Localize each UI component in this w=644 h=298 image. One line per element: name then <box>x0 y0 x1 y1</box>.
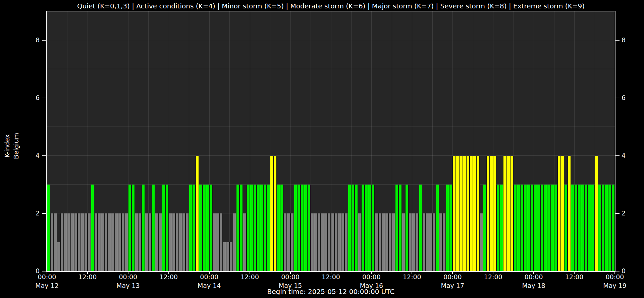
k-index-bar <box>98 213 101 271</box>
y-tick-label-left: 6 <box>26 95 40 101</box>
k-index-bar <box>196 156 199 271</box>
chart-title: Quiet (K=0,1,3) | Active conditions (K=4… <box>47 2 615 10</box>
k-index-bar <box>60 213 64 271</box>
k-index-bar <box>121 213 125 271</box>
k-index-bar <box>338 213 341 271</box>
k-index-bar <box>233 213 236 271</box>
k-index-bar <box>412 213 415 271</box>
y-tick-mark-right <box>615 40 620 41</box>
k-index-bar <box>135 213 138 271</box>
k-index-bar <box>439 213 442 271</box>
k-index-bar <box>392 213 395 271</box>
k-index-bar <box>294 185 297 271</box>
k-index-bar <box>524 185 527 271</box>
y-tick-label-right: 2 <box>622 210 635 216</box>
k-index-bar <box>162 185 165 271</box>
k-index-bar <box>588 185 591 271</box>
x-tick-label: 12:00 <box>561 273 588 281</box>
k-index-bar <box>304 185 307 271</box>
k-index-bar <box>334 213 338 271</box>
k-index-bar <box>419 185 422 271</box>
k-index-bar <box>283 213 287 271</box>
k-index-bar <box>260 185 263 271</box>
k-index-bar <box>568 156 571 271</box>
k-index-bar <box>358 213 361 271</box>
k-index-bar <box>547 185 550 271</box>
y-tick-label-right: 8 <box>622 37 635 43</box>
k-index-bar <box>223 242 226 271</box>
k-index-bar <box>395 185 398 271</box>
k-index-bar <box>54 213 57 271</box>
k-index-bar <box>426 213 429 271</box>
k-index-bar <box>199 185 202 271</box>
k-index-bar <box>74 213 77 271</box>
k-index-bar <box>104 213 108 271</box>
k-index-bar <box>64 213 67 271</box>
k-index-bar <box>219 213 223 271</box>
k-index-bar <box>530 185 534 271</box>
k-index-bar <box>517 185 520 271</box>
k-index-bar <box>175 213 179 271</box>
k-index-bar <box>290 213 294 271</box>
k-index-bar <box>91 185 94 271</box>
k-index-bar <box>239 185 243 271</box>
k-index-bar <box>311 213 314 271</box>
k-index-bar <box>148 213 152 271</box>
k-index-bar <box>142 185 145 271</box>
x-tick-label: 00:00 <box>520 273 547 281</box>
k-index-bar <box>507 156 510 271</box>
kindex-chart-figure: Quiet (K=0,1,3) | Active conditions (K=4… <box>0 0 644 298</box>
y-tick-mark-right <box>615 155 620 156</box>
k-index-bar <box>138 213 142 271</box>
y-axis-label-line2: Belgium <box>12 119 21 173</box>
k-index-bar <box>382 213 385 271</box>
y-tick-label-left: 4 <box>26 152 40 159</box>
k-index-bar <box>250 185 253 271</box>
y-tick-mark-right <box>615 98 620 98</box>
k-index-bar <box>317 213 321 271</box>
k-index-bar <box>247 185 250 271</box>
k-index-bar <box>257 185 260 271</box>
y-tick-mark-left <box>42 155 46 156</box>
k-index-bar <box>371 185 375 271</box>
k-index-bar <box>327 213 331 271</box>
k-index-bar <box>415 213 419 271</box>
k-index-bar <box>510 156 514 271</box>
k-index-bar <box>375 213 378 271</box>
k-index-bar <box>452 156 456 271</box>
plot-area <box>46 11 615 272</box>
k-index-bar <box>270 156 273 271</box>
k-index-bar <box>429 213 432 271</box>
k-index-bar <box>365 185 368 271</box>
k-index-bar <box>581 185 584 271</box>
k-index-bar <box>578 185 581 271</box>
k-index-bar <box>165 185 169 271</box>
k-index-bar <box>213 213 216 271</box>
x-tick-label: 00:00 <box>196 273 223 281</box>
k-index-bar <box>243 213 246 271</box>
k-index-bar <box>466 156 470 271</box>
k-index-bar <box>432 213 436 271</box>
x-tick-label: 12:00 <box>318 273 344 281</box>
k-index-bar <box>155 213 158 271</box>
k-index-bar <box>557 156 561 271</box>
k-index-bar <box>169 213 172 271</box>
k-index-bar <box>422 213 426 271</box>
k-index-bar <box>297 185 301 271</box>
k-index-bar <box>321 213 324 271</box>
y-tick-label-left: 2 <box>26 210 40 216</box>
k-index-bar <box>540 185 544 271</box>
k-index-bar <box>267 185 270 271</box>
k-index-bar <box>605 185 608 271</box>
k-index-bar <box>341 213 344 271</box>
k-index-bar <box>179 213 182 271</box>
k-index-bar <box>152 185 155 271</box>
k-index-bar <box>47 185 50 271</box>
k-index-bar <box>486 156 490 271</box>
y-tick-mark-left <box>42 40 46 41</box>
k-index-bar <box>253 185 257 271</box>
x-tick-label: 12:00 <box>480 273 506 281</box>
k-index-bar <box>591 185 594 271</box>
k-index-bar <box>442 213 446 271</box>
k-index-bar <box>470 156 473 271</box>
